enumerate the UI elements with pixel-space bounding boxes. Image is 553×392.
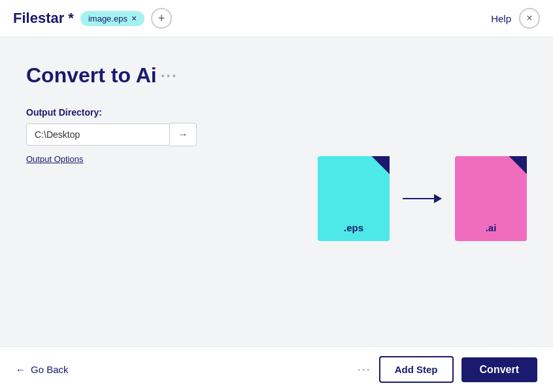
- add-step-button[interactable]: Add Step: [379, 356, 454, 383]
- output-dir-row: →: [26, 123, 318, 146]
- target-file-ext: .ai: [486, 222, 497, 233]
- page-title-text: Convert to Ai: [26, 63, 157, 88]
- file-tag: image.eps ×: [80, 11, 144, 26]
- output-options-link[interactable]: Output Options: [26, 154, 318, 164]
- title-dots: ···: [161, 67, 178, 85]
- footer-right: ··· Add Step Convert: [358, 356, 537, 383]
- arrow-right-icon: →: [178, 129, 188, 140]
- output-directory-input[interactable]: [26, 123, 170, 146]
- back-arrow-icon: ←: [16, 364, 25, 375]
- source-file-corner: [371, 156, 390, 174]
- go-back-button[interactable]: ← Go Back: [16, 364, 69, 375]
- browse-button[interactable]: →: [170, 123, 197, 146]
- app-title: Filestar *: [13, 10, 74, 27]
- convert-button[interactable]: Convert: [461, 357, 537, 382]
- target-file-corner: [509, 156, 527, 174]
- header-right: Help ×: [491, 8, 540, 29]
- close-icon: ×: [526, 12, 532, 24]
- help-link[interactable]: Help: [491, 13, 511, 24]
- plus-icon: +: [158, 12, 165, 25]
- target-file-icon: .ai: [455, 156, 527, 241]
- close-button[interactable]: ×: [519, 8, 540, 29]
- conversion-illustration: .eps .ai: [318, 156, 527, 241]
- more-options-dots[interactable]: ···: [358, 363, 371, 376]
- header-left: Filestar * image.eps × +: [13, 8, 172, 29]
- file-tag-close-icon[interactable]: ×: [131, 14, 137, 23]
- svg-marker-1: [434, 194, 442, 203]
- source-file-ext: .eps: [344, 222, 363, 233]
- page-title: Convert to Ai ···: [26, 63, 318, 88]
- main-content: Convert to Ai ··· Output Directory: → Ou…: [0, 37, 553, 346]
- file-tag-label: image.eps: [88, 14, 127, 24]
- arrow-svg: [403, 189, 442, 208]
- footer: ← Go Back ··· Add Step Convert: [0, 346, 553, 392]
- go-back-label: Go Back: [31, 364, 69, 375]
- source-file-icon: .eps: [318, 156, 390, 241]
- add-file-button[interactable]: +: [151, 8, 172, 29]
- right-panel: .eps .ai: [318, 63, 527, 333]
- header: Filestar * image.eps × + Help ×: [0, 0, 553, 37]
- left-panel: Convert to Ai ··· Output Directory: → Ou…: [26, 63, 318, 333]
- conversion-arrow: [403, 189, 442, 208]
- output-directory-label: Output Directory:: [26, 107, 318, 118]
